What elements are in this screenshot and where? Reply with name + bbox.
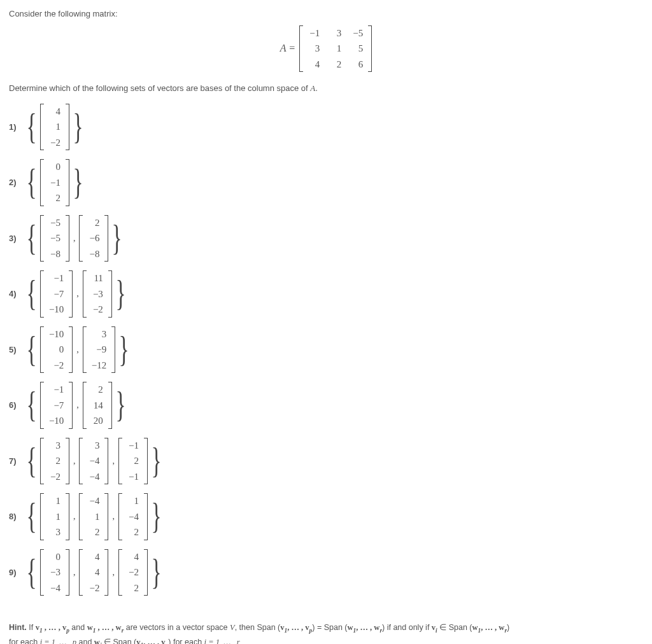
vector-set: {113,−412,1−42}: [23, 493, 165, 540]
column-vector: 44−2: [79, 549, 108, 596]
vector-set: {−1−7−10,21420}: [23, 382, 129, 429]
option-row: 9){0−3−4,44−2,4−22}: [9, 549, 643, 596]
column-vector: 0−12: [40, 159, 69, 206]
column-vector: 3−9−12: [83, 326, 115, 374]
column-vector: 21420: [83, 382, 112, 429]
column-vector: −1−7−10: [40, 270, 73, 318]
option-number: 3): [9, 232, 23, 245]
option-number: 9): [9, 566, 23, 579]
vector-set: {32−2,3−4−4,−12−1}: [23, 438, 165, 485]
vector-set: {−100−2,3−9−12}: [23, 326, 132, 374]
option-row: 7){32−2,3−4−4,−12−1}: [9, 438, 643, 485]
vector-set: {−5−5−8,2−6−8}: [23, 215, 125, 262]
column-vector: −5−5−8: [40, 215, 69, 262]
vector-set: {0−12}: [23, 159, 87, 206]
column-vector: −100−2: [40, 326, 73, 374]
option-number: 2): [9, 176, 23, 189]
column-vector: 41−2: [40, 104, 69, 151]
option-number: 4): [9, 288, 23, 300]
vector-set: {−1−7−10,11−3−2}: [23, 270, 129, 318]
column-vector: 1−42: [118, 493, 148, 540]
prompt-text: Determine which of the following sets of…: [9, 82, 643, 95]
vector-set: {41−2}: [23, 104, 87, 151]
column-vector: 3−4−4: [79, 438, 108, 485]
column-vector: 32−2: [40, 438, 69, 485]
option-row: 1){41−2}: [9, 104, 643, 151]
intro-text: Consider the following matrix:: [9, 8, 643, 20]
option-row: 6){−1−7−10,21420}: [9, 382, 643, 429]
column-vector: 113: [40, 493, 69, 540]
column-vector: 4−22: [118, 549, 148, 596]
matrix-A: −13−5 315 426: [299, 25, 372, 73]
options-list: 1){41−2}2){0−12}3){−5−5−8,2−6−8}4){−1−7−…: [9, 104, 643, 596]
option-number: 1): [9, 121, 23, 134]
option-number: 7): [9, 455, 23, 468]
matrix-label: A =: [280, 41, 295, 56]
option-row: 5){−100−2,3−9−12}: [9, 326, 643, 374]
column-vector: −1−7−10: [40, 382, 73, 429]
vector-set: {0−3−4,44−2,4−22}: [23, 549, 165, 596]
option-number: 6): [9, 399, 23, 412]
option-row: 2){0−12}: [9, 159, 643, 206]
column-vector: 2−6−8: [79, 215, 108, 262]
column-vector: −12−1: [118, 438, 148, 485]
column-vector: 11−3−2: [83, 270, 112, 318]
column-vector: 0−3−4: [40, 549, 69, 596]
hint-block: Hint. If v1 , … , vp and w1 , … , wr are…: [9, 621, 643, 644]
matrix-equation: A = −13−5 315 426: [9, 25, 643, 73]
option-number: 8): [9, 510, 23, 523]
hint-label: Hint.: [9, 623, 27, 632]
option-row: 3){−5−5−8,2−6−8}: [9, 215, 643, 262]
column-vector: −412: [79, 493, 108, 540]
option-row: 4){−1−7−10,11−3−2}: [9, 270, 643, 318]
option-row: 8){113,−412,1−42}: [9, 493, 643, 540]
option-number: 5): [9, 344, 23, 356]
